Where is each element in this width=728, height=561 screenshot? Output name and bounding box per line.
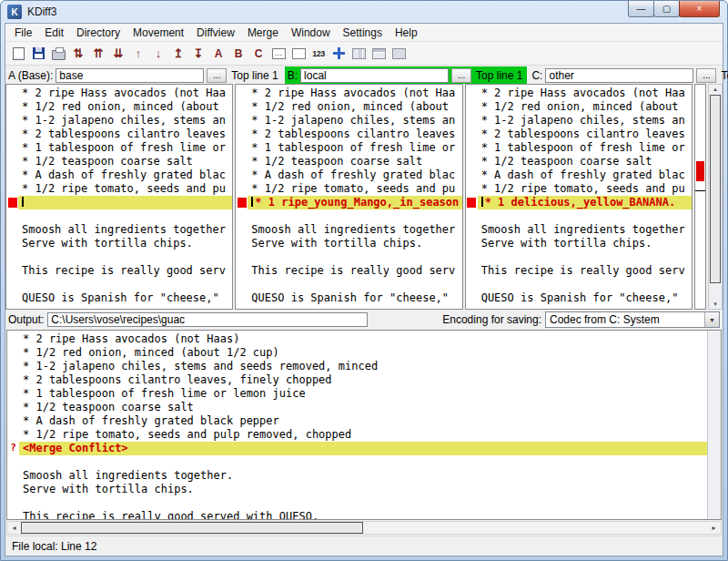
line-text: Serve with tortilla chips. — [478, 237, 692, 250]
save-icon[interactable] — [28, 44, 48, 64]
text-line: * 2 tablespoons cilantro leaves — [236, 128, 461, 141]
go-prev-delta-icon[interactable]: ↑ — [128, 44, 148, 64]
print-icon[interactable] — [48, 44, 68, 64]
close-button[interactable]: × — [679, 1, 720, 17]
join-view-icon[interactable] — [389, 44, 409, 64]
pane-b-text[interactable]: * 2 ripe Hass avocados (not Haa * 1/2 re… — [235, 84, 462, 310]
maximize-button[interactable]: ▢ — [653, 1, 680, 17]
line-text — [248, 250, 461, 264]
text-line: ? <Merge Conflict> — [7, 442, 707, 455]
show-whitespace-characters-icon[interactable]: … — [268, 44, 288, 64]
select-line-a-icon[interactable]: A — [208, 44, 228, 64]
pane-b-file-input[interactable] — [300, 68, 449, 83]
status-text: File local: Line 12 — [12, 540, 96, 553]
line-marker — [236, 250, 248, 264]
line-text: * 1/2 red onion, minced (about 1/2 cup) — [19, 346, 707, 360]
line-text: * 2 tablespoons cilantro leaves — [248, 128, 461, 141]
go-current-delta-icon[interactable]: ⇅ — [68, 44, 88, 64]
toolbar-icon-glyph: ↥ — [173, 46, 185, 60]
scroll-right-icon[interactable]: ▸ — [707, 524, 721, 532]
menu-window[interactable]: Window — [285, 25, 337, 41]
toolbar-icon-glyph: ↑ — [133, 46, 145, 60]
line-marker — [6, 141, 18, 155]
menu-file[interactable]: File — [8, 25, 38, 41]
line-marker: ? — [7, 442, 19, 455]
menu-help[interactable]: Help — [389, 25, 424, 41]
minimize-icon: — — [637, 4, 646, 14]
horizontal-scrollbar[interactable]: ◂ ▸ — [6, 521, 722, 535]
line-marker — [7, 455, 19, 469]
output-pane[interactable]: * 2 ripe Hass avocados (not Haas) * 1/2 … — [6, 330, 722, 520]
line-marker — [236, 128, 248, 141]
pane-c-file-input[interactable] — [545, 68, 693, 83]
menu-edit[interactable]: Edit — [38, 25, 70, 41]
overview-conflict-marker — [696, 161, 704, 181]
select-line-b-icon[interactable]: B — [228, 44, 248, 64]
menu-directory[interactable]: Directory — [70, 25, 126, 41]
auto-advance-icon[interactable] — [329, 44, 349, 64]
line-text: This recipe is really good served with Q… — [19, 510, 707, 519]
pane-c-text[interactable]: * 2 ripe Hass avocados (not Haa * 1/2 re… — [465, 84, 693, 310]
line-marker — [466, 209, 478, 223]
pane-a-browse-button[interactable]: ... — [207, 68, 227, 83]
show-line-numbers-icon[interactable]: 123 — [308, 44, 329, 64]
status-bar: File local: Line 12 — [5, 536, 723, 556]
line-marker — [236, 87, 248, 100]
split-view-vertical-icon[interactable] — [349, 44, 369, 64]
encoding-select[interactable]: Codec from C: System ▼ — [545, 311, 720, 328]
menu-movement[interactable]: Movement — [126, 25, 190, 41]
line-marker — [466, 237, 478, 250]
text-line: Serve with tortilla chips. — [6, 237, 232, 250]
line-text: * A dash of freshly grated black pepper — [19, 414, 707, 428]
split-view-horizontal-icon[interactable] — [369, 44, 389, 64]
go-first-delta-icon[interactable]: ⇈ — [88, 44, 108, 64]
go-prev-conflict-icon[interactable]: ↥ — [168, 44, 188, 64]
toolbar: ⇅ ⇈ ⇊ ↑ ↓ ↥ — [5, 42, 723, 66]
pane-b-label: B: — [288, 69, 298, 82]
line-text: Smoosh all ingredients together — [478, 223, 692, 237]
select-line-c-icon[interactable]: C — [248, 44, 268, 64]
line-marker — [7, 469, 19, 483]
pane-c-browse-button[interactable]: ... — [696, 68, 716, 83]
go-next-delta-icon[interactable]: ↓ — [148, 44, 168, 64]
line-marker — [236, 291, 248, 305]
go-next-conflict-icon[interactable]: ↧ — [188, 44, 208, 64]
output-text[interactable]: * 2 ripe Hass avocados (not Haas) * 1/2 … — [7, 331, 707, 519]
text-line: * 1/2 ripe tomato, seeds and pu — [6, 182, 232, 196]
line-marker — [6, 100, 18, 114]
menu-settings[interactable]: Settings — [337, 25, 389, 41]
line-marker — [236, 168, 248, 182]
line-marker — [236, 223, 248, 237]
titlebar[interactable]: K KDiff3 — ▢ × — [1, 1, 727, 23]
output-vertical-scrollbar[interactable] — [707, 331, 721, 519]
pane-a-file-input[interactable] — [56, 68, 204, 83]
line-marker — [466, 100, 478, 114]
vertical-scrollbar[interactable]: ▴ ▾ — [708, 84, 723, 310]
horizontal-scrollbar-thumb[interactable] — [21, 522, 363, 534]
open-file-icon[interactable] — [8, 44, 28, 64]
text-line — [6, 250, 232, 264]
scroll-down-icon[interactable]: ▾ — [713, 300, 717, 309]
menu-diffview[interactable]: Diffview — [190, 25, 241, 41]
line-text: QUESO is Spanish for "cheese," — [478, 291, 692, 305]
line-marker — [236, 237, 248, 250]
toolbar-icon-glyph: ⇈ — [93, 46, 105, 60]
kdiff3-icon: K — [7, 5, 22, 19]
minimize-button[interactable]: — — [628, 1, 654, 17]
line-text — [248, 209, 461, 223]
text-line: * A dash of freshly grated blac — [236, 168, 461, 182]
menu-merge[interactable]: Merge — [241, 25, 285, 41]
vertical-scrollbar-thumb[interactable] — [710, 95, 721, 283]
line-marker — [7, 332, 19, 346]
go-last-delta-icon[interactable]: ⇊ — [108, 44, 128, 64]
scroll-left-icon[interactable]: ◂ — [7, 524, 21, 532]
line-text — [19, 496, 707, 510]
pane-b-browse-button[interactable]: ... — [451, 68, 471, 83]
line-text: <Merge Conflict> — [19, 442, 707, 455]
output-path-input[interactable] — [47, 312, 368, 327]
scroll-up-icon[interactable]: ▴ — [713, 85, 717, 94]
pane-a-text[interactable]: * 2 ripe Hass avocados (not Haa * 1/2 re… — [5, 84, 233, 310]
line-marker — [6, 250, 18, 264]
diff-overview-column[interactable] — [694, 84, 706, 310]
show-whitespace-icon[interactable] — [288, 44, 308, 64]
